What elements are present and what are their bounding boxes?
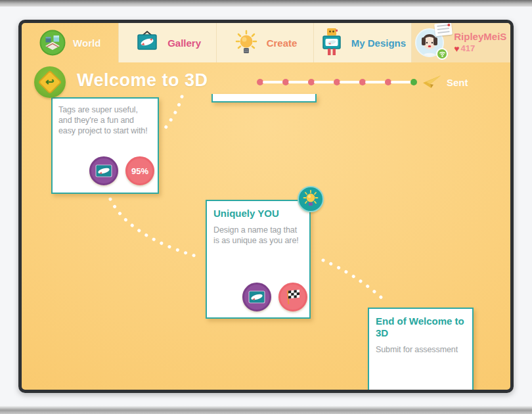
- photo-edge-bottom: [0, 405, 532, 414]
- card-body: Tags are super useful, and they're a fun…: [58, 104, 152, 136]
- card-end-of-unit[interactable]: End of Welcome to 3D Submit for assessme…: [368, 308, 474, 393]
- profile-tab[interactable]: RipleyMeiS ♥ 417: [411, 23, 510, 62]
- idea-bulb-badge-icon: [298, 186, 324, 212]
- tab-world-label: World: [73, 37, 100, 49]
- sent-label: Sent: [447, 77, 468, 88]
- world-icon: [39, 30, 66, 56]
- avatar: [415, 27, 447, 58]
- tab-gallery[interactable]: Gallery: [118, 23, 215, 62]
- top-nav-bar: World Gallery: [22, 23, 510, 62]
- design-badge-icon: [89, 156, 118, 185]
- photo-edge-top: [0, 0, 532, 7]
- wifi-badge-icon: [436, 48, 448, 60]
- progress-percent-badge: 95%: [125, 156, 154, 185]
- mail-badge-icon: [434, 22, 453, 37]
- back-button[interactable]: ↩: [34, 66, 66, 98]
- card-title: End of Welcome to 3D: [376, 315, 466, 339]
- tablet-screen: World Gallery: [18, 20, 514, 393]
- card-tags-lesson[interactable]: Tags are super useful, and they're a fun…: [51, 97, 159, 194]
- robot-icon: [319, 28, 344, 58]
- tab-world[interactable]: World: [22, 23, 118, 62]
- design-badge-icon: [242, 283, 271, 311]
- lightbulb-icon: [233, 29, 259, 57]
- card-body: Design a name tag that is as unique as y…: [213, 225, 303, 246]
- heart-icon: ♥: [454, 43, 459, 55]
- tab-create-label: Create: [267, 37, 298, 49]
- page-title: Welcome to 3D: [77, 70, 208, 91]
- finish-flag-badge-icon: [278, 283, 307, 311]
- tab-create[interactable]: Create: [216, 23, 313, 62]
- tab-gallery-label: Gallery: [167, 37, 201, 49]
- tab-my-designs-label: My Designs: [351, 37, 406, 49]
- paper-plane-icon: [423, 76, 441, 89]
- card-body: Submit for assessment: [376, 344, 466, 355]
- profile-name: RipleyMeiS: [454, 31, 506, 43]
- card-title: Uniquely YOU: [213, 208, 303, 219]
- card-uniquely-you-lesson[interactable]: Uniquely YOU Design a name tag that is a…: [206, 200, 311, 319]
- progress-track: [257, 79, 417, 85]
- progress-dot: [410, 79, 417, 85]
- gallery-icon: [134, 30, 160, 55]
- card-offscreen-partial[interactable]: [211, 94, 317, 103]
- hearts-count: ♥ 417: [454, 43, 475, 55]
- tab-my-designs[interactable]: My Designs: [313, 23, 410, 62]
- back-sign-icon: ↩: [38, 70, 62, 95]
- lesson-progress: Sent: [257, 76, 468, 89]
